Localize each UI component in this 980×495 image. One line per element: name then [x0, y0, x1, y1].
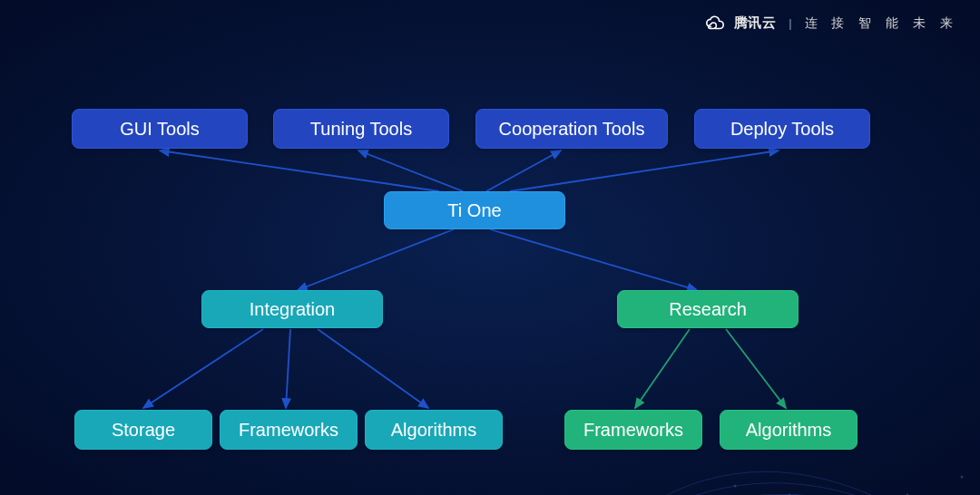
- node-integration: Integration: [201, 290, 383, 328]
- svg-line-4: [298, 229, 454, 290]
- node-label: Tuning Tools: [310, 119, 412, 140]
- node-label: Research: [669, 299, 747, 320]
- node-label: Ti One: [447, 200, 501, 221]
- svg-line-8: [318, 329, 428, 408]
- node-cooperation-tools: Cooperation Tools: [475, 109, 668, 149]
- node-deploy-tools: Deploy Tools: [694, 109, 870, 149]
- node-tione: Ti One: [384, 191, 565, 229]
- node-storage: Storage: [74, 410, 212, 450]
- svg-line-7: [286, 329, 290, 408]
- node-label: Frameworks: [239, 420, 338, 441]
- svg-line-1: [358, 150, 463, 191]
- svg-line-5: [490, 229, 697, 290]
- svg-line-2: [486, 150, 561, 191]
- node-label: Cooperation Tools: [499, 119, 645, 140]
- node-research: Research: [617, 290, 799, 328]
- node-algorithms-integration: Algorithms: [365, 410, 503, 450]
- node-label: Storage: [112, 420, 175, 441]
- node-label: Algorithms: [391, 420, 476, 441]
- svg-point-12: [734, 485, 737, 488]
- node-frameworks-integration: Frameworks: [220, 410, 358, 450]
- node-label: GUI Tools: [120, 119, 199, 140]
- node-label: Deploy Tools: [730, 119, 834, 140]
- svg-line-3: [510, 150, 779, 191]
- svg-line-6: [143, 329, 263, 408]
- svg-line-0: [160, 150, 439, 191]
- node-label: Integration: [250, 299, 336, 320]
- node-tuning-tools: Tuning Tools: [273, 109, 449, 149]
- svg-point-16: [961, 476, 964, 479]
- decorative-wave: [635, 350, 980, 495]
- node-gui-tools: GUI Tools: [72, 109, 248, 149]
